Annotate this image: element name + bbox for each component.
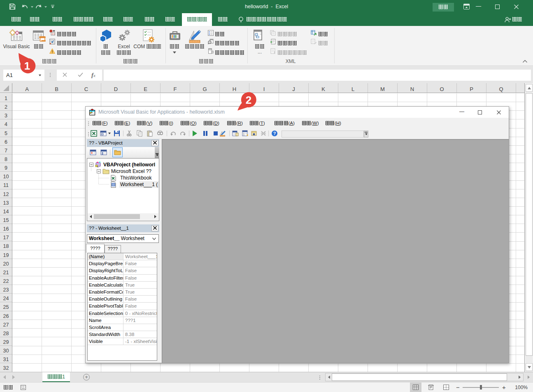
- svg-text:1: 1: [24, 60, 30, 72]
- svg-text:2: 2: [246, 94, 251, 106]
